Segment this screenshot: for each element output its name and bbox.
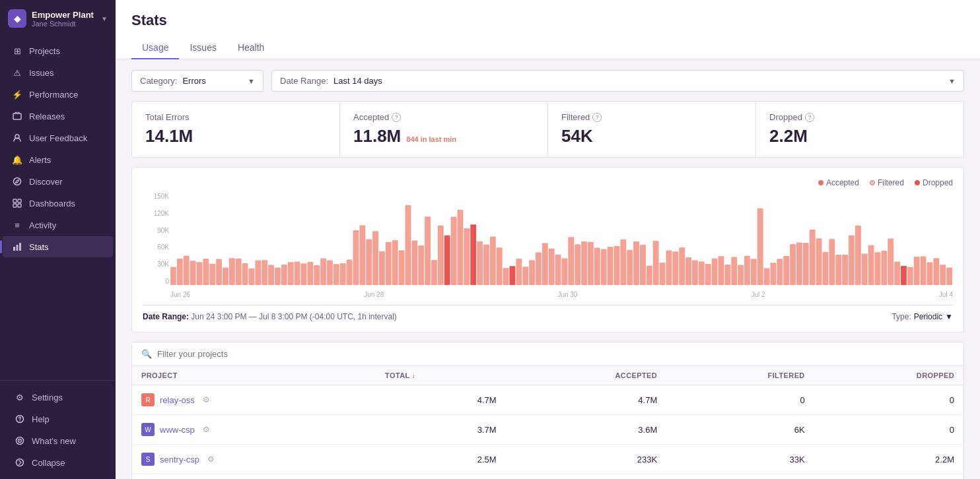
legend-filtered: Filtered (870, 178, 904, 187)
category-filter[interactable]: Category: Errors ▼ (131, 70, 263, 92)
filtered-info-icon[interactable]: ? (592, 113, 602, 122)
svg-rect-75 (562, 259, 568, 286)
svg-rect-98 (712, 259, 718, 285)
svg-rect-26 (242, 263, 248, 285)
svg-rect-121 (862, 253, 868, 285)
chevron-down-icon: ▼ (101, 15, 108, 22)
accepted-sub: 844 in last min (406, 135, 456, 143)
whats-new-icon (15, 435, 25, 446)
sidebar-item-label: Settings (32, 393, 63, 402)
svg-rect-44 (359, 225, 365, 285)
date-chevron-icon: ▼ (948, 77, 956, 85)
sidebar-item-activity[interactable]: ≡ Activity (3, 214, 113, 236)
accepted-info-icon[interactable]: ? (392, 113, 401, 122)
svg-rect-87 (640, 245, 646, 285)
sidebar-nav: ⊞ Projects ⚠ Issues ⚡ Performance Releas… (0, 37, 116, 380)
svg-rect-17 (184, 255, 190, 285)
sidebar-item-releases[interactable]: Releases (3, 106, 113, 127)
svg-rect-4 (18, 199, 21, 203)
svg-rect-27 (249, 269, 255, 285)
svg-rect-134 (946, 268, 952, 286)
projects-section: 🔍 PROJECT TOTAL ↓ ACCEPTED FILTERED DROP… (131, 342, 964, 479)
col-total[interactable]: TOTAL ↓ (376, 366, 506, 385)
sidebar-item-label: Performance (29, 90, 78, 100)
chart-type-select[interactable]: Type: Periodic ▼ (892, 312, 953, 321)
project-link[interactable]: www-csp (160, 425, 195, 435)
discover-icon (12, 176, 22, 187)
project-settings-icon[interactable]: ⚙ (203, 425, 210, 434)
svg-rect-53 (418, 245, 424, 285)
col-project: PROJECT (132, 366, 376, 385)
sidebar-item-discover[interactable]: Discover (3, 171, 113, 192)
sidebar-item-user-feedback[interactable]: User Feedback (3, 127, 113, 148)
tab-health[interactable]: Health (227, 37, 275, 59)
svg-rect-50 (399, 251, 405, 286)
chart-date-range-label: Date Range: (143, 312, 191, 321)
project-filtered: 33K (666, 445, 814, 474)
filters-row: Category: Errors ▼ Date Range: Last 14 d… (131, 70, 964, 92)
activity-icon: ≡ (12, 220, 22, 230)
svg-rect-64 (490, 236, 496, 285)
sidebar-item-label: What's new (32, 436, 76, 446)
sidebar-item-collapse[interactable]: Collapse (5, 452, 110, 473)
project-link[interactable]: relay-oss (160, 395, 195, 405)
project-link[interactable]: sentry-csp (160, 455, 199, 464)
project-dropped: 0 (814, 474, 963, 480)
table-row: D docs-csp ⚙ 2.2M 2.2M 2K 0 (132, 474, 963, 480)
svg-rect-43 (353, 230, 359, 285)
filtered-value: 54K (561, 126, 593, 146)
releases-icon (12, 111, 22, 121)
svg-rect-86 (633, 241, 639, 285)
dropped-info-icon[interactable]: ? (805, 113, 814, 122)
svg-rect-127 (901, 266, 907, 285)
svg-rect-131 (927, 262, 933, 285)
svg-rect-128 (907, 267, 913, 285)
project-filter-input[interactable] (157, 349, 289, 359)
svg-rect-9 (19, 243, 21, 251)
svg-rect-133 (940, 265, 946, 285)
svg-rect-114 (816, 238, 822, 285)
projects-table: PROJECT TOTAL ↓ ACCEPTED FILTERED DROPPE… (132, 366, 963, 479)
svg-rect-33 (288, 262, 294, 285)
sidebar-item-label: Collapse (32, 458, 65, 468)
tab-issues[interactable]: Issues (179, 37, 227, 59)
svg-rect-25 (236, 259, 242, 285)
date-filter[interactable]: Date Range: Last 14 days ▼ (271, 70, 964, 92)
svg-rect-65 (497, 247, 503, 285)
sidebar-item-dashboards[interactable]: Dashboards (3, 193, 113, 214)
svg-rect-42 (347, 260, 353, 286)
svg-rect-30 (268, 265, 274, 285)
svg-rect-68 (516, 259, 522, 285)
svg-rect-90 (660, 263, 666, 285)
project-accepted: 4.7M (506, 385, 667, 415)
sidebar-item-help[interactable]: Help (5, 408, 110, 430)
sidebar-item-whats-new[interactable]: What's new (5, 430, 110, 451)
svg-rect-48 (386, 242, 392, 285)
svg-rect-79 (588, 242, 594, 285)
svg-rect-85 (627, 250, 633, 285)
chart-xaxis: Jun 26 Jun 28 Jun 30 Jul 2 Jul 4 (170, 291, 953, 298)
sidebar-item-settings[interactable]: ⚙ Settings (5, 387, 110, 408)
svg-rect-117 (835, 255, 841, 285)
sidebar-item-projects[interactable]: ⊞ Projects (3, 40, 113, 61)
legend-accepted: Accepted (818, 178, 859, 187)
sidebar-item-stats[interactable]: Stats (3, 236, 113, 257)
project-settings-icon[interactable]: ⚙ (207, 455, 215, 464)
svg-rect-116 (829, 239, 835, 285)
svg-rect-105 (757, 208, 763, 285)
svg-rect-36 (307, 262, 313, 285)
svg-rect-88 (647, 266, 652, 285)
performance-icon: ⚡ (12, 89, 22, 100)
project-total: 2.5M (376, 445, 506, 474)
svg-rect-122 (868, 245, 874, 285)
sidebar-item-issues[interactable]: ⚠ Issues (3, 62, 113, 83)
sidebar-item-label: Activity (29, 220, 56, 230)
sidebar-item-alerts[interactable]: 🔔 Alerts (3, 149, 113, 170)
tab-usage[interactable]: Usage (131, 37, 179, 59)
project-settings-icon[interactable]: ⚙ (203, 395, 210, 404)
sidebar-item-performance[interactable]: ⚡ Performance (3, 84, 113, 105)
org-switcher[interactable]: ◆ Empower Plant Jane Schmidt ▼ (0, 0, 116, 37)
dashboards-icon (12, 198, 22, 208)
svg-rect-56 (438, 226, 444, 285)
svg-point-13 (19, 440, 20, 441)
